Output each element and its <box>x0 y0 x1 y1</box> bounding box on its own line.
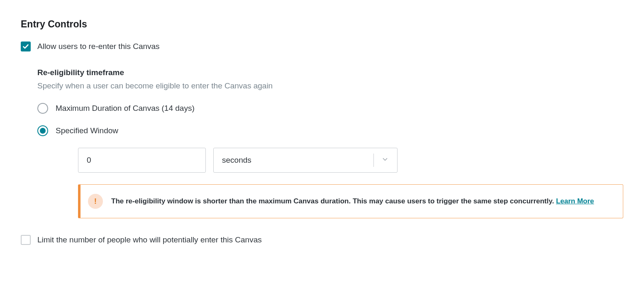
specified-window-inputs: seconds <box>78 148 623 173</box>
re-eligibility-title: Re-eligibility timeframe <box>37 68 623 77</box>
radio-specified-window-control[interactable] <box>37 125 48 136</box>
radio-dot <box>40 128 46 134</box>
window-unit-value: seconds <box>222 156 371 165</box>
allow-reenter-row[interactable]: Allow users to re-enter this Canvas <box>21 42 623 51</box>
radio-max-duration-control[interactable] <box>37 103 48 114</box>
check-icon <box>22 43 29 50</box>
radio-max-duration[interactable]: Maximum Duration of Canvas (14 days) <box>37 103 623 114</box>
warning-alert: ! The re-eligibility window is shorter t… <box>78 184 623 218</box>
window-value-input[interactable] <box>78 148 206 173</box>
re-eligibility-description: Specify when a user can become eligible … <box>37 81 623 90</box>
allow-reenter-label: Allow users to re-enter this Canvas <box>37 42 160 51</box>
limit-checkbox[interactable] <box>21 235 31 245</box>
learn-more-link[interactable]: Learn More <box>556 197 594 205</box>
warning-body: The re-eligibility window is shorter tha… <box>111 196 613 207</box>
window-unit-select[interactable]: seconds <box>213 148 398 173</box>
radio-max-duration-label: Maximum Duration of Canvas (14 days) <box>56 104 195 113</box>
limit-row[interactable]: Limit the number of people who will pote… <box>21 235 623 245</box>
radio-specified-window[interactable]: Specified Window <box>37 125 623 136</box>
section-title: Entry Controls <box>21 19 623 30</box>
limit-label: Limit the number of people who will pote… <box>37 235 262 244</box>
warning-icon: ! <box>88 194 103 209</box>
allow-reenter-checkbox[interactable] <box>21 42 31 51</box>
chevron-down-icon <box>381 156 389 165</box>
select-divider <box>373 154 374 167</box>
radio-specified-window-label: Specified Window <box>56 126 118 135</box>
warning-text: The re-eligibility window is shorter tha… <box>111 197 554 205</box>
